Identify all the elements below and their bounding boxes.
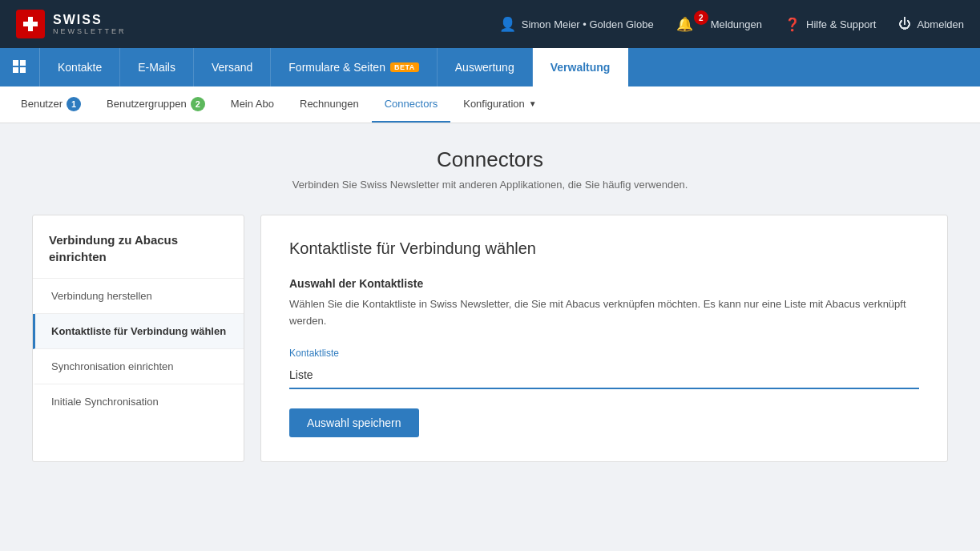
active-caret [575,86,585,92]
benutzergruppen-badge: 2 [191,97,205,111]
nav-item-versand[interactable]: Versand [194,48,271,86]
abmelden-label: Abmelden [917,18,964,30]
beta-badge: BETA [390,62,419,72]
meldungen-badge: 2 [694,10,708,25]
svg-rect-1 [23,22,38,26]
svg-rect-3 [20,60,26,66]
power-icon: ⏻ [898,17,911,31]
grid-icon [13,60,27,74]
meldungen-label: Meldungen [711,18,762,30]
bell-icon: 🔔 [676,16,693,33]
sidebar-item-verbindung-herstellen[interactable]: Verbindung herstellen [33,279,244,314]
help-icon: ❓ [784,17,801,32]
kontaktliste-input[interactable] [289,362,919,389]
top-nav: SWISS NEWSLETTER 👤 Simon Meier • Golden … [0,0,980,48]
nav-item-emails[interactable]: E-Mails [120,48,194,86]
sub-nav: Benutzer 1 Benutzergruppen 2 Mein Abo Re… [0,86,980,123]
benutzer-badge: 1 [67,97,81,111]
logo-text: SWISS NEWSLETTER [53,12,127,36]
user-icon: 👤 [499,16,516,33]
sub-nav-rechnungen[interactable]: Rechnungen [287,86,372,123]
sidebar-header: Verbindung zu Abacus einrichten [33,215,244,279]
hilfe-label: Hilfe & Support [806,18,876,30]
form-group-kontaktliste: Kontaktliste [289,348,919,389]
svg-rect-5 [20,67,26,73]
konfiguration-dropdown-arrow: ▼ [529,99,537,108]
sub-nav-mein-abo[interactable]: Mein Abo [218,86,287,123]
top-nav-right: 👤 Simon Meier • Golden Globe 🔔 2 Meldung… [499,16,964,33]
section-desc: Wählen Sie die Kontaktliste in Swiss New… [289,296,919,330]
section-title: Auswahl der Kontaktliste [289,277,919,290]
page-subtitle: Verbinden Sie Swiss Newsletter mit ander… [32,179,948,191]
svg-rect-2 [13,60,18,66]
nav-item-kontakte[interactable]: Kontakte [40,48,120,86]
sub-nav-connectors[interactable]: Connectors [372,86,450,123]
save-button[interactable]: Auswahl speichern [289,408,419,437]
svg-rect-4 [13,67,18,73]
kontaktliste-label: Kontaktliste [289,348,919,359]
sidebar-item-kontaktliste-waehlen[interactable]: Kontaktliste für Verbindung wählen [33,314,244,349]
grid-button[interactable] [0,48,40,86]
sub-nav-benutzer[interactable]: Benutzer 1 [8,86,94,123]
content-layout: Verbindung zu Abacus einrichten Verbindu… [32,215,948,462]
user-profile[interactable]: 👤 Simon Meier • Golden Globe [499,16,654,33]
logo-cross-icon [16,10,45,38]
user-label: Simon Meier • Golden Globe [522,18,654,30]
meldungen-button[interactable]: 🔔 2 Meldungen [676,16,762,33]
nav-item-auswertung[interactable]: Auswertung [438,48,533,86]
page-content: Connectors Verbinden Sie Swiss Newslette… [0,123,980,486]
logo-area[interactable]: SWISS NEWSLETTER [16,10,127,38]
page-title: Connectors [32,147,948,172]
nav-item-verwaltung[interactable]: Verwaltung [533,48,629,86]
main-nav: Kontakte E-Mails Versand Formulare & Sei… [0,48,980,86]
sidebar-item-initiale-synchronisation[interactable]: Initiale Synchronisation [33,384,244,419]
sidebar-item-synchronisation-einrichten[interactable]: Synchronisation einrichten [33,349,244,384]
abmelden-button[interactable]: ⏻ Abmelden [898,17,964,31]
hilfe-support-button[interactable]: ❓ Hilfe & Support [784,17,876,32]
nav-item-formulare[interactable]: Formulare & Seiten BETA [271,48,437,86]
main-card: Kontaktliste für Verbindung wählen Auswa… [260,215,948,462]
sidebar: Verbindung zu Abacus einrichten Verbindu… [32,215,244,462]
sub-nav-benutzergruppen[interactable]: Benutzergruppen 2 [94,86,218,123]
card-title: Kontaktliste für Verbindung wählen [289,239,919,258]
sub-nav-konfiguration[interactable]: Konfiguration ▼ [450,86,550,123]
